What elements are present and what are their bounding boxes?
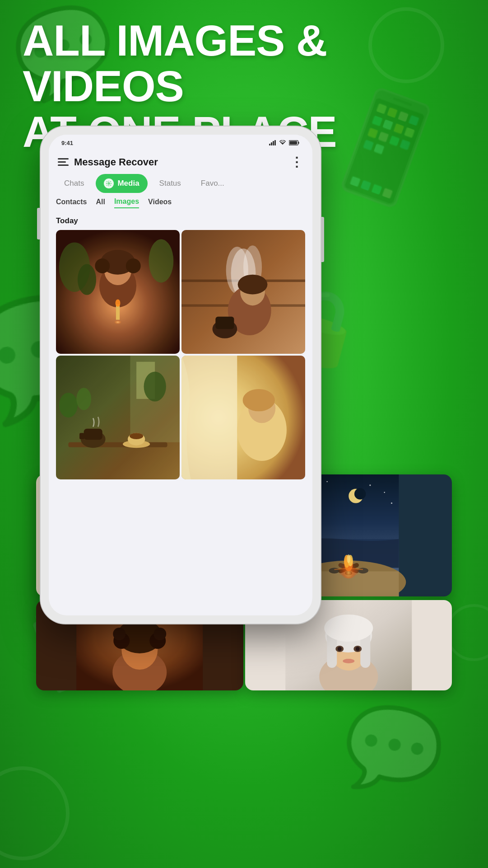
header-left: Message Recover bbox=[58, 156, 158, 168]
svg-rect-98 bbox=[339, 569, 358, 575]
image-cell-2[interactable] bbox=[181, 230, 305, 354]
signal-icon bbox=[269, 140, 276, 145]
image-grid bbox=[49, 228, 312, 481]
subtab-all[interactable]: All bbox=[96, 198, 105, 208]
battery-icon bbox=[289, 140, 300, 145]
status-bar: 9:41 bbox=[49, 135, 312, 151]
svg-rect-12 bbox=[274, 140, 276, 145]
status-time: 9:41 bbox=[61, 140, 73, 146]
phone-screen: 9:41 bbox=[49, 135, 312, 615]
svg-point-78 bbox=[354, 488, 365, 499]
subtab-contacts[interactable]: Contacts bbox=[56, 198, 87, 208]
sub-tab-navigation: Contacts All Images Videos bbox=[49, 197, 312, 213]
svg-point-81 bbox=[369, 484, 371, 486]
app-header: Message Recover ⋮ bbox=[49, 151, 312, 169]
svg-point-114 bbox=[324, 615, 373, 642]
photo-1 bbox=[56, 230, 180, 354]
svg-rect-11 bbox=[273, 141, 274, 145]
tab-navigation: Chats Media Status Favo... bbox=[49, 169, 312, 197]
hero-title-line1: ALL IMAGES & VIDEOS bbox=[23, 18, 465, 109]
svg-rect-9 bbox=[269, 144, 270, 145]
svg-rect-40 bbox=[215, 317, 234, 329]
svg-rect-54 bbox=[56, 356, 180, 479]
svg-point-80 bbox=[326, 481, 327, 482]
subtab-images[interactable]: Images bbox=[114, 197, 139, 208]
image-cell-1[interactable] bbox=[56, 230, 180, 354]
today-section-header: Today bbox=[49, 213, 312, 228]
svg-rect-10 bbox=[271, 142, 272, 145]
svg-point-84 bbox=[390, 502, 392, 504]
phone-shell: 9:41 bbox=[41, 127, 321, 624]
status-icons bbox=[269, 140, 300, 145]
svg-rect-15 bbox=[289, 141, 297, 144]
photo-2 bbox=[181, 230, 305, 354]
svg-point-16 bbox=[108, 183, 110, 184]
svg-text:💬: 💬 bbox=[335, 694, 451, 806]
photo-4 bbox=[181, 356, 305, 479]
svg-point-117 bbox=[337, 647, 341, 651]
subtab-videos[interactable]: Videos bbox=[148, 198, 172, 208]
tab-status[interactable]: Status bbox=[151, 174, 189, 192]
photo-3 bbox=[56, 356, 180, 479]
image-cell-3[interactable] bbox=[56, 356, 180, 479]
svg-point-7 bbox=[0, 768, 68, 859]
app-title: Message Recover bbox=[74, 156, 158, 168]
tab-chats[interactable]: Chats bbox=[56, 174, 92, 192]
section-title-today: Today bbox=[56, 216, 78, 225]
svg-rect-60 bbox=[181, 356, 305, 479]
menu-icon[interactable] bbox=[58, 158, 69, 166]
svg-rect-14 bbox=[298, 142, 299, 144]
media-tab-icon bbox=[104, 178, 114, 188]
svg-point-97 bbox=[347, 554, 350, 563]
svg-point-118 bbox=[355, 647, 359, 651]
tab-favorites[interactable]: Favo... bbox=[193, 174, 232, 192]
wifi-icon bbox=[279, 140, 286, 145]
image-cell-4[interactable] bbox=[181, 356, 305, 479]
phone-mockup: 9:41 bbox=[41, 127, 321, 624]
svg-rect-29 bbox=[56, 230, 180, 354]
svg-point-82 bbox=[384, 492, 385, 493]
svg-point-38 bbox=[238, 275, 268, 295]
svg-point-119 bbox=[343, 659, 354, 663]
tab-media[interactable]: Media bbox=[96, 174, 147, 193]
more-options-icon[interactable]: ⋮ bbox=[290, 155, 303, 169]
